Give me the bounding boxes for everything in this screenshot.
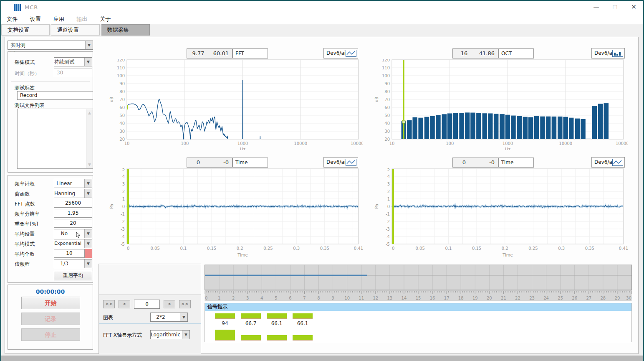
svg-text:13: 13: [387, 296, 392, 300]
fft-device-selector[interactable]: Dev6/ai0: [323, 48, 358, 58]
start-button[interactable]: 开始: [21, 297, 80, 309]
chart-layout-label: 图表: [103, 314, 113, 321]
listbox-scrollbar[interactable]: ▲ ▼: [86, 109, 93, 168]
close-button[interactable]: ✕: [624, 1, 643, 13]
svg-text:0.35: 0.35: [585, 246, 594, 251]
window-func-select[interactable]: Hanning▼: [54, 189, 92, 198]
svg-text:0: 0: [387, 204, 390, 209]
time2-title-input[interactable]: Time: [232, 158, 268, 168]
svg-text:4: 4: [387, 174, 390, 179]
fft-points-label: FFT 点数: [15, 201, 35, 208]
svg-text:0: 0: [392, 246, 394, 251]
avg-setting-select[interactable]: No▼: [54, 229, 92, 238]
chevron-down-icon: ▼: [85, 41, 93, 49]
menu-settings[interactable]: 设置: [25, 13, 46, 25]
svg-text:-4: -4: [121, 234, 125, 239]
timeline-strip-chart[interactable]: 0123456789101112131415161718192021222324…: [205, 264, 632, 301]
scroll-down-icon[interactable]: ▼: [86, 163, 93, 167]
svg-text:0: 0: [122, 204, 125, 209]
time2-chart[interactable]: -5-4-3-2-101234500.050.10.150.20.250.30.…: [108, 168, 363, 261]
svg-text:4: 4: [260, 296, 263, 300]
signal-value-ch2: 66.7: [241, 320, 261, 326]
svg-text:1: 1: [218, 296, 220, 300]
svg-text:0.3: 0.3: [293, 246, 300, 251]
tab-document-settings[interactable]: 文档设置: [1, 24, 50, 36]
svg-text:120: 120: [382, 59, 390, 62]
svg-text:100: 100: [181, 141, 189, 146]
divider: [11, 81, 90, 81]
fft-points-input[interactable]: 25600: [54, 199, 92, 208]
minimize-button[interactable]: —: [587, 1, 606, 13]
time3-title-input[interactable]: Time: [498, 158, 534, 168]
svg-text:0: 0: [127, 246, 129, 251]
svg-text:dB: dB: [374, 97, 379, 102]
svg-text:0.35: 0.35: [320, 246, 329, 251]
fft-xaxis-select[interactable]: Logarithmic▼: [150, 330, 190, 339]
chevron-down-icon: ▼: [180, 313, 187, 321]
freq-resolution-input[interactable]: 1.95: [54, 209, 92, 218]
oct-chart[interactable]: 2030405060708090100110120101001000100001…: [373, 59, 628, 150]
svg-text:0.1: 0.1: [445, 246, 452, 251]
svg-text:3: 3: [246, 296, 249, 300]
content-panel: 实时测试 ▼ 采集模式 持续测试 ▼ 时间（秒） 30 测试标签 Record …: [5, 37, 639, 354]
oct-title-input[interactable]: OCT: [498, 48, 534, 58]
test-mode-select[interactable]: 实时测试 ▼: [8, 41, 93, 50]
nav-first-button[interactable]: <<: [103, 300, 115, 308]
maximize-button[interactable]: ☐: [606, 1, 624, 13]
acq-mode-select[interactable]: 持续测试 ▼: [54, 57, 92, 66]
menu-output: 输出: [71, 13, 93, 25]
test-label-input[interactable]: Record: [17, 91, 93, 100]
svg-text:10000: 10000: [294, 141, 307, 146]
menu-application[interactable]: 应用: [48, 13, 70, 25]
nav-last-button[interactable]: >>: [179, 300, 191, 308]
oct-device-selector[interactable]: Dev6/ai1: [591, 48, 625, 58]
fft-chart[interactable]: 2030405060708090100110120101001000100001…: [108, 59, 363, 150]
svg-text:5: 5: [387, 168, 390, 171]
svg-text:70: 70: [384, 97, 390, 102]
svg-text:0.15: 0.15: [472, 246, 481, 251]
freq-weighting-select[interactable]: Linear▼: [54, 179, 92, 188]
time2-device-selector[interactable]: Dev6/ai2: [323, 157, 358, 168]
application-window: MCR — ☐ ✕ 文件 设置 应用 输出 关于 文档设置 通道设置 数据采集 …: [0, 0, 644, 361]
menu-file[interactable]: 文件: [1, 13, 23, 25]
svg-text:17: 17: [444, 296, 450, 300]
svg-text:60: 60: [119, 105, 125, 110]
menu-about[interactable]: 关于: [94, 13, 116, 25]
avg-count-input[interactable]: 10: [54, 249, 85, 258]
svg-text:1: 1: [387, 197, 390, 201]
svg-text:23: 23: [529, 296, 535, 300]
svg-text:12: 12: [373, 296, 378, 300]
freq-resolution-label: 频率分辨率: [15, 211, 40, 218]
overlap-input[interactable]: 20: [54, 219, 92, 228]
time3-chart[interactable]: -5-4-3-2-101234500.050.10.150.20.250.30.…: [373, 168, 628, 261]
octave-select[interactable]: 1/3▼: [54, 259, 92, 268]
svg-text:-2: -2: [121, 219, 125, 224]
svg-text:-3: -3: [386, 227, 390, 231]
test-file-listbox[interactable]: ▲ ▼: [17, 109, 93, 169]
svg-text:5: 5: [122, 168, 125, 171]
chevron-down-icon: ▼: [84, 179, 92, 188]
scroll-up-icon[interactable]: ▲: [86, 111, 93, 115]
restart-average-button[interactable]: 重启平均: [54, 271, 92, 280]
svg-text:110: 110: [382, 66, 390, 70]
nav-next-button[interactable]: >: [164, 300, 175, 308]
chart-layout-select[interactable]: 2*2▼: [150, 313, 188, 322]
time3-device-selector[interactable]: Dev6/ai3: [591, 157, 625, 168]
svg-text:90: 90: [384, 81, 390, 86]
avg-mode-select[interactable]: Exponential▼: [54, 239, 92, 248]
svg-text:28: 28: [600, 296, 606, 300]
stop-button: 停止: [21, 328, 80, 341]
chevron-down-icon: ▼: [182, 330, 189, 339]
divider: [99, 323, 201, 324]
nav-prev-button[interactable]: <: [119, 300, 130, 308]
svg-text:3: 3: [387, 182, 390, 186]
signal-indicator-title: 信号指示: [205, 303, 631, 311]
chevron-down-icon: ▼: [84, 229, 92, 238]
svg-text:30: 30: [384, 129, 390, 134]
control-group: 00:00:00 开始 记录 停止: [8, 285, 93, 350]
fft-title-input[interactable]: FFT: [232, 48, 268, 58]
tab-data-acquisition[interactable]: 数据采集: [101, 24, 150, 36]
tab-channel-settings[interactable]: 通道设置: [51, 24, 100, 36]
nav-index-input[interactable]: 0: [134, 300, 160, 309]
time-seconds-label: 时间（秒）: [15, 70, 40, 77]
